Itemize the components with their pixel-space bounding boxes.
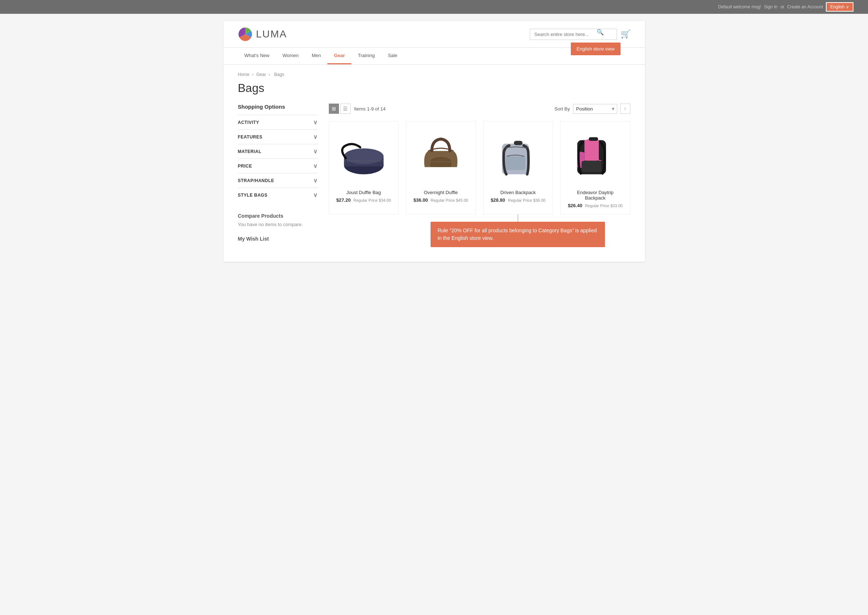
product-name: Endeavor Daytrip Backpack: [566, 190, 624, 201]
search-button[interactable]: 🔍: [597, 29, 604, 36]
wishlist-section: My Wish List: [238, 236, 318, 242]
wishlist-title: My Wish List: [238, 236, 318, 242]
product-image: [489, 127, 547, 186]
signin-link[interactable]: Sign In: [764, 5, 778, 9]
logo[interactable]: LUMA: [238, 27, 287, 41]
product-name: Driven Backpack: [489, 190, 547, 195]
product-name: Joust Duffle Bag: [335, 190, 393, 195]
nav-whats-new[interactable]: What's New: [238, 48, 276, 64]
sale-price: $27.20: [336, 197, 351, 203]
product-image: [335, 127, 393, 186]
regular-price: $33.00: [610, 203, 623, 208]
sale-price: $36.00: [413, 197, 428, 203]
nav-men[interactable]: Men: [305, 48, 327, 64]
compare-title: Compare Products: [238, 213, 318, 219]
product-bag-svg: [335, 127, 393, 186]
view-toggle: ⊞ ☰: [329, 104, 351, 114]
filter-style-bags[interactable]: STYLE BAGS ∨: [238, 187, 318, 202]
product-bag-svg: [412, 127, 470, 186]
product-price: $26.40 Regular Price $33.00: [566, 203, 624, 208]
nav-sale[interactable]: Sale: [381, 48, 404, 64]
filter-material-chevron: ∨: [313, 148, 318, 155]
breadcrumb-bags: Bags: [274, 72, 284, 77]
logo-icon: [238, 27, 252, 41]
items-count: Items 1-9 of 14: [354, 106, 386, 112]
product-price: $36.00 Regular Price $45.00: [412, 197, 470, 203]
breadcrumb-sep1: ›: [252, 72, 255, 77]
breadcrumb-sep2: ›: [268, 72, 271, 77]
site-header: LUMA 🔍 English store view 🛒: [223, 21, 645, 48]
list-view-button[interactable]: ☰: [340, 104, 351, 114]
regular-label: Regular Price: [585, 203, 610, 208]
product-name: Overnight Duffle: [412, 190, 470, 195]
or-text: or: [781, 5, 784, 9]
product-bag-svg: [489, 127, 547, 186]
product-card[interactable]: Joust Duffle Bag $27.20 Regular Price $3…: [329, 121, 399, 214]
search-input[interactable]: [530, 29, 617, 40]
product-card[interactable]: Endeavor Daytrip Backpack $26.40 Regular…: [560, 121, 630, 214]
sort-select[interactable]: Position Product Name Price: [573, 104, 617, 114]
sidebar: Shopping Options ACTIVITY ∨ FEATURES ∨ M…: [238, 104, 318, 247]
filter-activity[interactable]: ACTIVITY ∨: [238, 115, 318, 130]
svg-rect-11: [582, 161, 601, 172]
regular-label: Regular Price: [354, 198, 379, 203]
compare-empty: You have no items to compare.: [238, 222, 318, 227]
filter-activity-chevron: ∨: [313, 119, 318, 126]
filter-material-label: MATERIAL: [238, 149, 262, 154]
filter-style-label: STYLE BAGS: [238, 193, 268, 198]
regular-label: Regular Price: [430, 198, 456, 203]
welcome-msg: Default welcome msg!: [718, 5, 761, 9]
product-price: $28.80 Regular Price $36.00: [489, 197, 547, 203]
nav-women[interactable]: Women: [276, 48, 305, 64]
products-grid: Joust Duffle Bag $27.20 Regular Price $3…: [329, 121, 630, 214]
filter-style-chevron: ∨: [313, 192, 318, 198]
regular-price: $36.00: [533, 198, 545, 203]
nav-gear[interactable]: Gear: [327, 48, 351, 64]
rule-annotation-wrapper: Rule "20% OFF for all products belonging…: [329, 222, 630, 247]
filter-strap-label: STRAP/HANDLE: [238, 178, 274, 183]
create-account-link[interactable]: Create an Account: [787, 5, 823, 9]
filter-strap-chevron: ∨: [313, 177, 318, 184]
svg-rect-7: [514, 140, 522, 145]
filter-price-label: PRICE: [238, 164, 252, 169]
filter-features-chevron: ∨: [313, 133, 318, 140]
svg-rect-10: [589, 137, 598, 140]
logo-text: LUMA: [256, 28, 287, 40]
store-view-tooltip: English store view: [571, 42, 620, 56]
breadcrumb-home[interactable]: Home: [238, 72, 249, 77]
filter-strap-handle[interactable]: STRAP/HANDLE ∨: [238, 173, 318, 187]
compare-section: Compare Products You have no items to co…: [238, 213, 318, 227]
header-right: 🔍 English store view 🛒: [530, 29, 630, 40]
rule-annotation-line: [518, 214, 518, 222]
breadcrumb-gear[interactable]: Gear: [256, 72, 266, 77]
cart-icon[interactable]: 🛒: [620, 30, 630, 39]
filter-features-label: FEATURES: [238, 134, 263, 140]
filter-features[interactable]: FEATURES ∨: [238, 130, 318, 144]
page-title: Bags: [238, 81, 630, 95]
filter-price-chevron: ∨: [313, 162, 318, 169]
sort-direction-button[interactable]: ↑: [620, 104, 630, 114]
sort-label: Sort By: [555, 106, 570, 112]
regular-price: $45.00: [456, 198, 468, 203]
product-price: $27.20 Regular Price $34.00: [335, 197, 393, 203]
top-bar: Default welcome msg! Sign In or Create a…: [0, 0, 868, 14]
regular-label: Regular Price: [508, 198, 533, 203]
products-area: ⊞ ☰ Items 1-9 of 14 Sort By Position Pro…: [329, 104, 630, 247]
filter-material[interactable]: MATERIAL ∨: [238, 144, 318, 158]
nav-training[interactable]: Training: [351, 48, 381, 64]
regular-price: $34.00: [379, 198, 391, 203]
products-toolbar: ⊞ ☰ Items 1-9 of 14 Sort By Position Pro…: [329, 104, 630, 114]
rule-annotation: Rule "20% OFF for all products belonging…: [430, 222, 605, 247]
svg-point-3: [344, 148, 383, 164]
breadcrumb: Home › Gear › Bags: [238, 72, 630, 77]
product-card[interactable]: Overnight Duffle $36.00 Regular Price $4…: [406, 121, 476, 214]
filter-price[interactable]: PRICE ∨: [238, 158, 318, 173]
product-image: [566, 127, 624, 186]
grid-view-button[interactable]: ⊞: [329, 104, 339, 114]
product-bag-svg: [566, 127, 624, 186]
product-image: [412, 127, 470, 186]
language-button[interactable]: English ∨: [826, 2, 854, 12]
sale-price: $28.80: [491, 197, 505, 203]
product-card[interactable]: Driven Backpack $28.80 Regular Price $36…: [483, 121, 553, 214]
sale-price: $26.40: [568, 203, 583, 208]
